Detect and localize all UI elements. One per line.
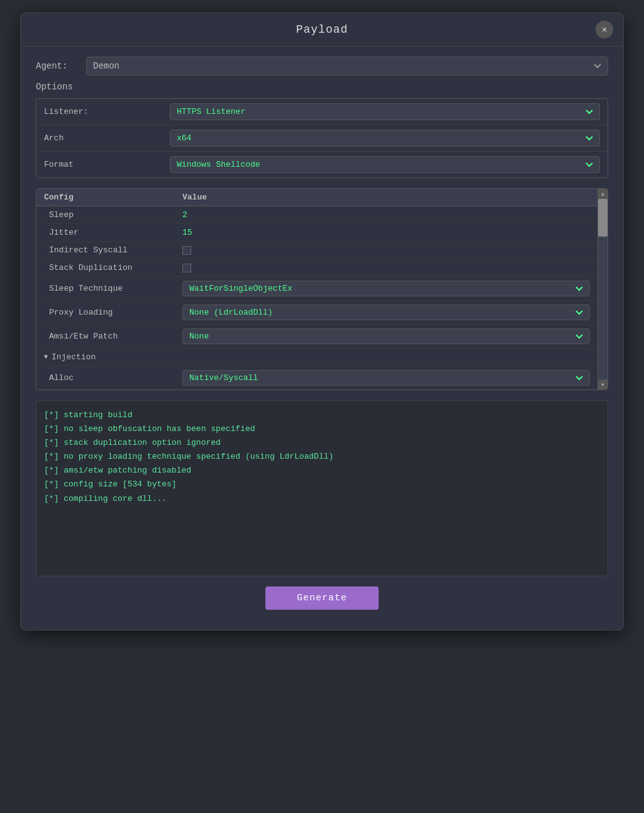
agent-row: Agent: Demon bbox=[36, 57, 608, 76]
jitter-value: 15 bbox=[182, 228, 590, 237]
indirect-syscall-value bbox=[182, 246, 590, 255]
alloc-row: Alloc Native/Syscall bbox=[36, 366, 597, 390]
indirect-syscall-checkbox[interactable] bbox=[182, 246, 191, 255]
arch-value: x64 x86 bbox=[170, 130, 600, 147]
agent-select[interactable]: Demon bbox=[86, 57, 608, 76]
sleep-value: 2 bbox=[182, 210, 590, 220]
options-box: Listener: HTTPS Listener Arch x64 x86 bbox=[36, 98, 608, 178]
arch-select[interactable]: x64 x86 bbox=[170, 130, 600, 147]
format-value: Windows Shellcode Windows PE DLL bbox=[170, 156, 600, 173]
scrollbar-track bbox=[598, 199, 608, 379]
config-table: Config Value Sleep 2 Jitter 15 Indirect … bbox=[36, 188, 608, 390]
proxy-loading-row: Proxy Loading None (LdrLoadDll) bbox=[36, 301, 597, 325]
toggle-arrow-icon: ▼ bbox=[44, 354, 48, 361]
agent-label: Agent: bbox=[36, 61, 86, 71]
listener-row: Listener: HTTPS Listener bbox=[36, 99, 608, 125]
console-line-1: [*] starting build bbox=[44, 408, 600, 422]
sleep-technique-select[interactable]: WaitForSingleObjectEx bbox=[182, 281, 590, 296]
generate-btn-row: Generate bbox=[36, 586, 608, 620]
injection-label: ▼ Injection bbox=[44, 352, 182, 362]
config-table-header: Config Value bbox=[36, 189, 597, 206]
sleep-technique-value: WaitForSingleObjectEx bbox=[182, 281, 590, 296]
proxy-loading-label: Proxy Loading bbox=[44, 308, 182, 317]
payload-dialog: Payload × Agent: Demon Options Listener:… bbox=[20, 13, 624, 631]
injection-row: ▼ Injection bbox=[36, 349, 597, 366]
amsi-etw-label: Amsi/Etw Patch bbox=[44, 332, 182, 341]
format-row: Format Windows Shellcode Windows PE DLL bbox=[36, 152, 608, 177]
console-line-3: [*] stack duplication option ignored bbox=[44, 436, 600, 450]
arch-row: Arch x64 x86 bbox=[36, 125, 608, 152]
config-col-header: Config bbox=[44, 193, 182, 202]
proxy-loading-select[interactable]: None (LdrLoadDll) bbox=[182, 305, 590, 320]
value-col-header: Value bbox=[182, 193, 207, 202]
config-scrollbar: ▲ ▼ bbox=[597, 189, 608, 390]
stack-dup-label: Stack Duplication bbox=[44, 263, 182, 272]
stack-dup-checkbox[interactable] bbox=[182, 264, 191, 272]
proxy-loading-value: None (LdrLoadDll) bbox=[182, 305, 590, 320]
config-table-inner: Config Value Sleep 2 Jitter 15 Indirect … bbox=[36, 189, 597, 390]
indirect-syscall-label: Indirect Syscall bbox=[44, 245, 182, 255]
jitter-label: Jitter bbox=[44, 228, 182, 237]
listener-label: Listener: bbox=[44, 107, 170, 116]
jitter-row: Jitter 15 bbox=[36, 224, 597, 242]
scrollbar-down-button[interactable]: ▼ bbox=[598, 379, 608, 390]
amsi-etw-row: Amsi/Etw Patch None bbox=[36, 325, 597, 349]
options-section-label: Options bbox=[36, 82, 608, 92]
title-bar: Payload × bbox=[21, 13, 623, 47]
alloc-label: Alloc bbox=[44, 373, 182, 383]
console-area: [*] starting build [*] no sleep obfuscat… bbox=[36, 400, 608, 576]
console-line-5: [*] amsi/etw patching disabled bbox=[44, 464, 600, 478]
close-button[interactable]: × bbox=[596, 21, 613, 38]
scrollbar-up-button[interactable]: ▲ bbox=[598, 189, 608, 199]
scrollbar-thumb[interactable] bbox=[598, 199, 608, 237]
format-select[interactable]: Windows Shellcode Windows PE DLL bbox=[170, 156, 600, 173]
console-line-6: [*] config size [534 bytes] bbox=[44, 478, 600, 491]
dialog-title: Payload bbox=[296, 23, 348, 36]
arch-label: Arch bbox=[44, 133, 170, 143]
indirect-syscall-row: Indirect Syscall bbox=[36, 242, 597, 259]
alloc-select[interactable]: Native/Syscall bbox=[182, 370, 590, 386]
console-line-4: [*] no proxy loading technique specified… bbox=[44, 450, 600, 464]
sleep-technique-label: Sleep Technique bbox=[44, 284, 182, 293]
sleep-row: Sleep 2 bbox=[36, 206, 597, 224]
injection-toggle[interactable]: ▼ Injection bbox=[44, 352, 182, 362]
generate-button[interactable]: Generate bbox=[265, 586, 379, 610]
console-line-7: [*] compiling core dll... bbox=[44, 492, 600, 506]
stack-dup-value bbox=[182, 264, 590, 272]
amsi-etw-value: None bbox=[182, 328, 590, 344]
alloc-value: Native/Syscall bbox=[182, 370, 590, 386]
amsi-etw-select[interactable]: None bbox=[182, 328, 590, 344]
listener-value: HTTPS Listener bbox=[170, 103, 600, 120]
stack-dup-row: Stack Duplication bbox=[36, 259, 597, 277]
sleep-label: Sleep bbox=[44, 210, 182, 220]
sleep-technique-row: Sleep Technique WaitForSingleObjectEx bbox=[36, 277, 597, 301]
format-label: Format bbox=[44, 160, 170, 169]
listener-select[interactable]: HTTPS Listener bbox=[170, 103, 600, 120]
console-line-2: [*] no sleep obfuscation has been specif… bbox=[44, 422, 600, 436]
